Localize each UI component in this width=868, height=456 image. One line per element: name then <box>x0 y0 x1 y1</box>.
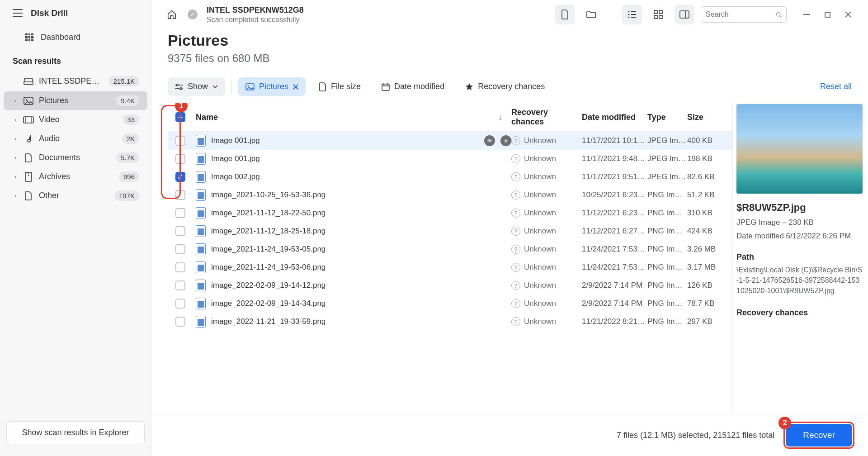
table-row[interactable]: image_2021-11-24_19-53-05.png ?Unknown 1… <box>168 240 732 258</box>
filter-pictures[interactable]: Pictures <box>238 77 306 96</box>
size-value: 198 KB <box>687 154 732 163</box>
table-row[interactable]: image_2021-11-12_18-22-50.png ?Unknown 1… <box>168 204 732 222</box>
row-checkbox[interactable] <box>175 280 185 290</box>
sidebar-item-documents[interactable]: › Documents 5.7K <box>4 148 147 167</box>
home-icon[interactable] <box>162 5 181 24</box>
search-input[interactable] <box>701 6 787 23</box>
question-icon: ? <box>511 190 520 200</box>
recovery-value: Unknown <box>524 227 556 236</box>
svg-point-28 <box>176 84 178 86</box>
sidebar-item-pictures[interactable]: › Pictures 9.4K <box>4 91 147 110</box>
row-checkbox[interactable] <box>175 262 185 272</box>
question-icon: ? <box>511 172 520 181</box>
filter-filesize[interactable]: File size <box>312 77 368 96</box>
drive-icon <box>23 78 34 85</box>
size-value: 3.26 MB <box>687 245 732 254</box>
panel-view-icon[interactable] <box>675 5 694 24</box>
svg-point-29 <box>180 87 182 89</box>
preview-image <box>736 104 863 194</box>
table-row[interactable]: ✓ Image 002.jpg ?Unknown 11/17/2021 9:51… <box>168 168 732 186</box>
show-label: Show <box>188 82 208 91</box>
col-size[interactable]: Size <box>687 113 732 122</box>
question-icon: ? <box>511 209 520 218</box>
page-subtitle: 9375 files on 680 MB <box>168 52 852 65</box>
file-name: Image 001.jpg <box>211 154 511 163</box>
status-check-icon: ✓ <box>188 10 198 19</box>
sidebar-item-audio[interactable]: › Audio 2K <box>4 129 147 148</box>
show-filter[interactable]: Show <box>168 77 225 96</box>
eye-icon[interactable]: 👁 <box>484 135 495 146</box>
filter-date[interactable]: Date modified <box>374 77 452 96</box>
file-type-icon <box>196 189 206 201</box>
search-field[interactable] <box>706 10 772 19</box>
row-checkbox[interactable] <box>175 317 185 327</box>
sidebar-item-other[interactable]: › Other 197K <box>4 186 147 205</box>
row-checkbox[interactable]: ✓ <box>175 172 185 182</box>
col-recovery[interactable]: Recovery chances <box>511 108 582 127</box>
file-type-icon <box>196 207 206 219</box>
filter-pictures-label: Pictures <box>259 82 288 91</box>
col-date[interactable]: Date modified <box>582 113 647 122</box>
reset-all-link[interactable]: Reset all <box>820 82 852 91</box>
sidebar-item-video[interactable]: › Video 33 <box>4 110 147 129</box>
type-value: PNG Im… <box>647 281 687 290</box>
table-row[interactable]: Image 001.jpg ?Unknown 11/17/2021 9:48… … <box>168 150 732 168</box>
chevron-right-icon: › <box>13 117 18 123</box>
col-type[interactable]: Type <box>647 113 687 122</box>
sort-arrow-icon[interactable]: ↓ <box>498 113 502 122</box>
date-value: 2/9/2022 7:14 PM <box>582 299 647 308</box>
recovery-value: Unknown <box>524 172 556 181</box>
row-checkbox[interactable] <box>175 190 185 200</box>
minimize-button[interactable] <box>797 5 816 24</box>
type-value: PNG Im… <box>647 209 687 218</box>
table-row[interactable]: image_2021-11-24_19-53-06.png ?Unknown 1… <box>168 258 732 276</box>
folder-icon[interactable] <box>581 5 601 24</box>
row-checkbox[interactable] <box>175 299 185 309</box>
table-header: Name↓ Recovery chances Date modified Typ… <box>168 103 732 132</box>
sidebar-dashboard[interactable]: Dashboard <box>0 26 151 48</box>
size-value: 51.2 KB <box>687 190 732 200</box>
file-type-icon <box>196 298 206 309</box>
preview-meta-type: JPEG Image – 230 KB <box>736 218 863 227</box>
table-row[interactable]: image_2022-02-09_19-14-12.png ?Unknown 2… <box>168 276 732 294</box>
filter-row: Show Pictures File size Date modified Re… <box>151 66 868 103</box>
recovery-value: Unknown <box>524 317 556 326</box>
svg-point-2 <box>26 99 28 101</box>
row-checkbox[interactable] <box>175 208 185 218</box>
hash-icon[interactable]: # <box>500 135 511 146</box>
recover-button[interactable]: Recover <box>786 424 852 446</box>
table-row[interactable]: image_2021-10-25_16-53-36.png ?Unknown 1… <box>168 186 732 204</box>
sidebar-drive[interactable]: INTEL SSDPEKNW512… 215.1K <box>4 72 147 90</box>
sidebar-item-archives[interactable]: › Archives 996 <box>4 167 147 186</box>
show-in-explorer-button[interactable]: Show scan results in Explorer <box>6 421 145 444</box>
table-row[interactable]: image_2021-11-12_18-25-18.png ?Unknown 1… <box>168 222 732 240</box>
file-icon[interactable] <box>555 5 575 24</box>
recovery-value: Unknown <box>524 281 556 290</box>
col-name[interactable]: Name <box>196 113 218 122</box>
svg-point-10 <box>628 17 630 18</box>
table-row[interactable]: image_2022-11-21_19-33-59.png ?Unknown 1… <box>168 313 732 331</box>
preview-filename: $R8UW5ZP.jpg <box>736 202 863 214</box>
grid-view-icon[interactable] <box>648 5 668 24</box>
maximize-button[interactable] <box>818 5 836 24</box>
question-icon: ? <box>511 263 520 272</box>
table-row[interactable]: image_2022-02-09_19-14-34.png ?Unknown 2… <box>168 294 732 313</box>
select-all-checkbox[interactable] <box>175 112 185 122</box>
menu-icon[interactable] <box>13 9 23 17</box>
close-button[interactable] <box>839 5 857 24</box>
table-row[interactable]: Image 001.jpg 👁# ?Unknown 11/17/2021 10:… <box>168 132 732 150</box>
file-name: image_2022-02-09_19-14-12.png <box>211 281 511 290</box>
page-title: Pictures <box>168 32 852 49</box>
filter-chances[interactable]: Recovery chances <box>458 77 552 96</box>
close-icon[interactable] <box>293 84 298 90</box>
sliders-icon <box>175 84 183 90</box>
file-name: image_2021-11-24_19-53-06.png <box>211 263 511 272</box>
list-view-icon[interactable] <box>622 5 642 24</box>
sidebar-item-badge: 5.7K <box>116 152 139 163</box>
row-checkbox[interactable] <box>175 154 185 164</box>
svg-rect-18 <box>680 11 689 18</box>
question-icon: ? <box>511 154 520 163</box>
row-checkbox[interactable] <box>175 244 185 254</box>
row-checkbox[interactable] <box>175 226 185 236</box>
row-checkbox[interactable] <box>175 136 185 146</box>
